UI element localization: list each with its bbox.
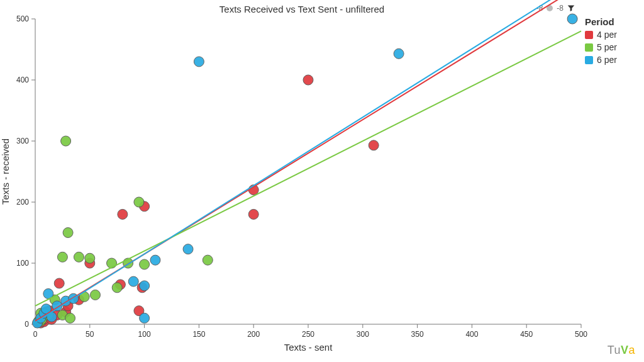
data-point[interactable] xyxy=(140,281,150,291)
series-points xyxy=(32,14,577,328)
data-point[interactable] xyxy=(112,283,122,293)
data-point[interactable] xyxy=(54,278,64,288)
data-point[interactable] xyxy=(194,57,204,67)
x-tick-label: 50 xyxy=(86,330,94,339)
funnel-icon[interactable] xyxy=(567,4,575,12)
legend-swatch xyxy=(585,56,593,64)
x-tick-label: 0 xyxy=(33,330,38,339)
x-tick-label: 100 xyxy=(138,330,151,339)
brand-a: a xyxy=(628,344,635,356)
y-tick-label: 100 xyxy=(16,259,29,268)
data-point[interactable] xyxy=(140,313,150,323)
x-tick-label: 450 xyxy=(520,330,533,339)
chart-title: Texts Received vs Text Sent - unfiltered xyxy=(23,4,581,14)
trend-line xyxy=(35,0,581,322)
x-tick-label: 400 xyxy=(465,330,478,339)
x-tick-label: 500 xyxy=(575,330,587,339)
data-point[interactable] xyxy=(394,48,404,59)
data-point[interactable] xyxy=(303,75,313,85)
trend-line xyxy=(35,31,581,306)
data-point[interactable] xyxy=(85,253,95,263)
y-tick-label: 500 xyxy=(16,14,29,23)
legend-title: Period xyxy=(585,16,639,27)
data-point[interactable] xyxy=(90,290,100,300)
data-point[interactable] xyxy=(63,228,73,238)
y-tick-label: 300 xyxy=(16,137,29,145)
legend-label: 6 per xyxy=(597,54,617,66)
x-tick-label: 200 xyxy=(247,330,260,339)
y-axis-label: Texts - received xyxy=(0,139,11,205)
legend-item[interactable]: 5 per xyxy=(585,41,639,54)
data-point[interactable] xyxy=(183,244,193,254)
data-point[interactable] xyxy=(61,136,71,146)
legend: Period 4 per5 per6 per xyxy=(585,16,639,66)
legend-item[interactable]: 6 per xyxy=(585,54,639,66)
x-axis-label: Texts - sent xyxy=(284,342,333,353)
data-point[interactable] xyxy=(567,14,577,24)
legend-label: 4 per xyxy=(597,28,617,41)
chart-plot-area[interactable]: 0501001502002503003504004505000100200300… xyxy=(35,19,581,324)
legend-swatch xyxy=(585,43,593,52)
data-point[interactable] xyxy=(369,140,379,150)
legend-label: 5 per xyxy=(597,41,617,54)
data-point[interactable] xyxy=(118,209,128,219)
x-tick-label: 250 xyxy=(302,330,314,339)
legend-item[interactable]: 4 per xyxy=(585,28,639,41)
y-tick-label: 0 xyxy=(25,320,29,329)
y-tick-label: 200 xyxy=(16,198,29,206)
x-tick-label: 300 xyxy=(357,330,369,339)
x-tick-label: 150 xyxy=(192,330,205,339)
brand-v: V xyxy=(621,344,629,356)
scatter-chart[interactable]: 0501001502002503003504004505000100200300… xyxy=(35,19,581,324)
data-point[interactable] xyxy=(128,276,138,286)
filter-count-right: -8 xyxy=(557,4,564,13)
data-point[interactable] xyxy=(74,252,84,262)
data-point[interactable] xyxy=(140,259,150,269)
data-point[interactable] xyxy=(134,197,144,207)
data-point[interactable] xyxy=(57,252,67,262)
series-points xyxy=(33,136,213,326)
trend-line xyxy=(35,0,581,321)
x-tick-label: 350 xyxy=(411,330,424,339)
data-point[interactable] xyxy=(150,255,160,265)
y-tick-label: 400 xyxy=(16,76,29,84)
data-point[interactable] xyxy=(107,258,117,268)
brand-tu: Tu xyxy=(608,344,621,356)
brand-logo: TuVa xyxy=(608,344,635,357)
data-point[interactable] xyxy=(65,313,75,323)
legend-swatch xyxy=(585,31,593,39)
data-point[interactable] xyxy=(248,209,258,219)
data-point[interactable] xyxy=(203,255,213,265)
